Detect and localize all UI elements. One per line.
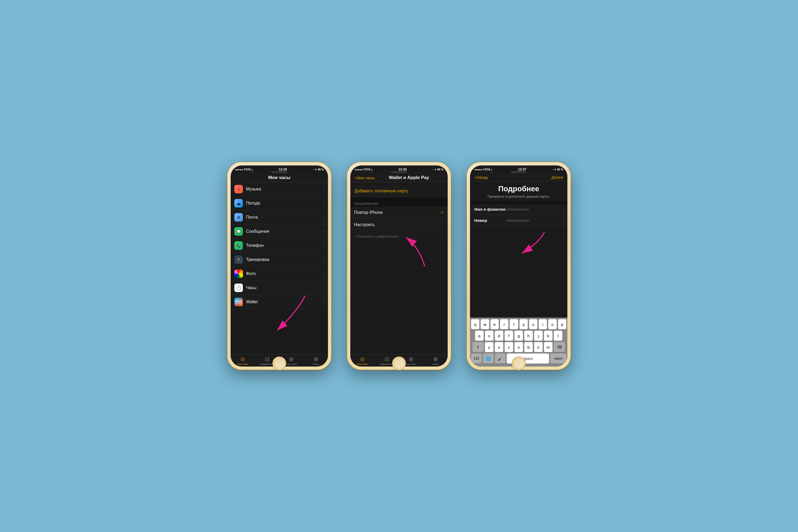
mail-chevron: ›	[323, 215, 324, 220]
home-button2[interactable]	[392, 357, 406, 370]
workout-label: Тренировка	[246, 257, 323, 262]
clock-icon: 🕐	[234, 284, 243, 292]
list-item-wallet[interactable]: Wallet ›	[231, 295, 328, 309]
configure-item[interactable]: Настроить	[350, 218, 448, 231]
tab-search-icon: ⊕	[314, 356, 318, 362]
tab-search[interactable]: ⊕ Поиск	[304, 356, 328, 365]
list-item-music[interactable]: ♪ Музыка ›	[231, 182, 328, 196]
add-card-label: Добавить платежную карту	[355, 189, 408, 193]
repeat-iphone-item[interactable]: Повтор iPhone ✓	[350, 206, 448, 218]
tab-store-icon2: ⊛	[409, 356, 413, 362]
key-v[interactable]: v	[514, 342, 523, 352]
key-j[interactable]: j	[534, 331, 543, 341]
key-y[interactable]: y	[519, 319, 528, 329]
tab-watch-icon2: ⊙	[360, 356, 365, 362]
name-field[interactable]: Имя и фамилия обязательно	[470, 204, 567, 215]
key-e[interactable]: e	[491, 319, 499, 329]
status-time: 12:34	[279, 168, 287, 171]
add-card-btn[interactable]: Добавить платежную карту	[350, 185, 448, 197]
list-item-photos[interactable]: Фото ›	[231, 267, 328, 281]
phone-label: Телефон	[246, 243, 323, 248]
tab-search2[interactable]: ⊕ Поиск	[423, 356, 448, 365]
nav-bar3: ‹ Назад Далее	[470, 173, 567, 182]
key-p[interactable]: p	[558, 319, 566, 329]
number-field[interactable]: Номер обязательно	[470, 215, 567, 226]
key-s[interactable]: s	[485, 331, 493, 341]
nav-bar: Мои часы	[231, 173, 328, 182]
key-m[interactable]: m	[544, 342, 552, 352]
messages-label: Сообщения	[246, 229, 323, 234]
phone2-wrapper: ●●●●● YOTA ≈ 12:34 ↑ ✦ 99 % ‹ Мои часы W…	[347, 162, 451, 370]
key-a[interactable]: a	[475, 331, 483, 341]
tab-search-label: Поиск	[312, 363, 319, 365]
nav-back-label2: Мои часы	[357, 175, 375, 180]
key-f[interactable]: f	[505, 331, 513, 341]
photos-chevron: ›	[323, 271, 324, 276]
key-w[interactable]: w	[481, 319, 489, 329]
key-i[interactable]: i	[539, 319, 547, 329]
workout-chevron: ›	[323, 258, 324, 262]
svg-rect-2	[235, 301, 242, 302]
key-d[interactable]: d	[495, 331, 503, 341]
key-r[interactable]: r	[500, 319, 508, 329]
key-k[interactable]: k	[544, 331, 552, 341]
messages-chevron: ›	[323, 229, 324, 233]
status-icons3: ↑ ✦ 95 %	[552, 168, 563, 171]
phone3-screen: ●●●●● YOTA ≈ 12:37 ↑ ✦ 95 % ‹ Назад Дале…	[470, 166, 567, 366]
speaker3	[511, 171, 527, 173]
nav-back2[interactable]: ‹ Мои часы	[355, 175, 375, 180]
keyboard-row2: a s d f g h j k l	[471, 331, 566, 341]
key-t[interactable]: t	[510, 319, 518, 329]
key-q[interactable]: q	[471, 319, 479, 329]
form-title: Подробнее	[470, 182, 567, 194]
tab-store-label2: App Store	[406, 363, 417, 365]
number-label: Номер	[474, 218, 506, 223]
camera3	[490, 171, 493, 173]
nav-title: Мои часы	[235, 175, 324, 180]
checkmark-icon: ✓	[440, 210, 444, 215]
list-item-workout[interactable]: 🏃 Тренировка ›	[231, 253, 328, 267]
key-h[interactable]: h	[524, 331, 533, 341]
nav-forward3[interactable]: Далее	[551, 175, 563, 179]
home-button[interactable]	[272, 357, 286, 370]
keyboard-row3: ⇧ z x c v b n m ⌫	[471, 342, 566, 352]
phone2: ●●●●● YOTA ≈ 12:34 ↑ ✦ 99 % ‹ Мои часы W…	[347, 162, 451, 370]
key-backspace[interactable]: ⌫	[554, 342, 565, 352]
key-b[interactable]: b	[524, 342, 533, 352]
home-button3[interactable]	[512, 357, 526, 370]
key-x[interactable]: x	[495, 342, 503, 352]
key-shift[interactable]: ⇧	[472, 342, 483, 352]
key-o[interactable]: o	[548, 319, 556, 329]
phone-icon: 📞	[234, 241, 243, 250]
status-carrier2: ●●●●● YOTA ≈	[355, 168, 373, 171]
tab-store-icon: ⊛	[289, 356, 294, 362]
key-l[interactable]: l	[554, 331, 562, 341]
key-mic[interactable]: 🎤	[495, 354, 506, 364]
weather-icon: ☁	[234, 199, 243, 208]
nav-back3[interactable]: ‹ Назад	[474, 175, 488, 179]
list-item-messages[interactable]: 💬 Сообщения ›	[231, 225, 328, 239]
key-c[interactable]: c	[505, 342, 513, 352]
list-item-phone[interactable]: 📞 Телефон ›	[231, 239, 328, 253]
tab-store-label: App Store	[286, 363, 297, 365]
list-item-mail[interactable]: ✉ Почта ›	[231, 210, 328, 225]
phone1: ●●●●● YOTA ≈ 12:34 ↑ ✦ 99 % Мои часы ♪ М…	[227, 162, 331, 370]
key-z[interactable]: z	[485, 342, 493, 352]
list-item-weather[interactable]: ☁ Погода ›	[231, 196, 328, 210]
key-123[interactable]: 123	[471, 354, 482, 364]
status-carrier3: ●●●●● YOTA ≈	[474, 168, 492, 171]
keyboard-row1: q w e r t y u i o p	[471, 319, 566, 329]
list-item-clock[interactable]: 🕐 Часы ›	[231, 281, 328, 295]
key-g[interactable]: g	[514, 331, 523, 341]
key-u[interactable]: u	[529, 319, 537, 329]
tab-my-watch2[interactable]: ⊙ Мои часы	[350, 356, 375, 365]
key-return[interactable]: return	[550, 354, 566, 364]
phone3-inner: ●●●●● YOTA ≈ 12:37 ↑ ✦ 95 % ‹ Назад Дале…	[470, 166, 567, 366]
tab-my-watch[interactable]: ⊙ Мои часы	[231, 356, 255, 365]
photos-label: Фото	[246, 271, 323, 276]
notifications-section: УВЕДОМЛЕНИЯ	[350, 201, 448, 206]
key-globe[interactable]: 🌐	[483, 354, 494, 364]
tab-watch-label: Мои часы	[237, 363, 248, 365]
key-n[interactable]: n	[534, 342, 543, 352]
messages-icon: 💬	[234, 227, 243, 236]
